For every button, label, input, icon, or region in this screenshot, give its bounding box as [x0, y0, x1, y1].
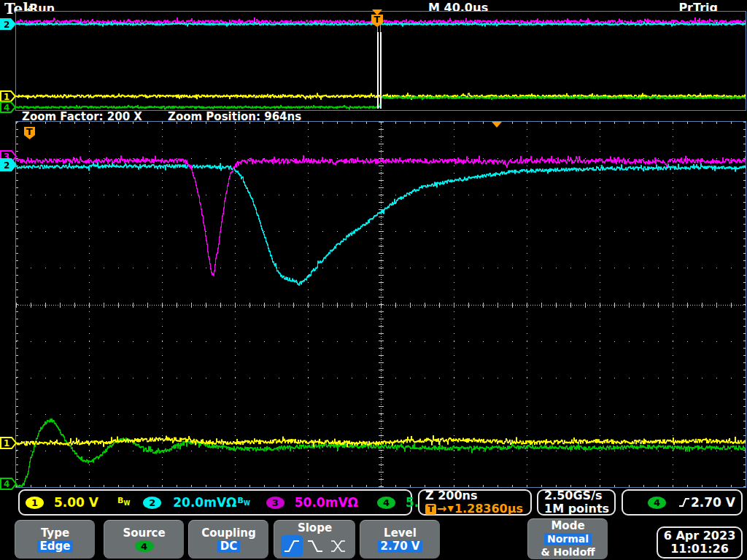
- slope-either-icon[interactable]: [328, 535, 349, 557]
- trigger-source-badge: 4: [648, 497, 666, 509]
- delay-arrow-icon: ▼: [447, 502, 453, 516]
- svg-text:1: 1: [4, 92, 9, 102]
- svg-text:4: 4: [4, 103, 9, 113]
- overview-waveform-canvas: [16, 12, 746, 110]
- ch1-bandwidth-icon: BW: [117, 497, 130, 508]
- trigger-level-button[interactable]: Level 2.70 V: [360, 520, 440, 559]
- main-waveform-canvas: [16, 122, 746, 487]
- date-readout: 6 Apr 2023: [664, 529, 736, 542]
- trigger-delay-readout: T→▼1.28360µs: [425, 502, 523, 516]
- svg-text:1: 1: [4, 438, 9, 448]
- trigger-type-button[interactable]: Type Edge: [15, 520, 95, 559]
- ch2-bandwidth-icon: BW: [238, 497, 250, 508]
- slope-falling-icon[interactable]: [304, 535, 326, 557]
- acquisition-box: 2.50GS/s 1M points: [537, 489, 616, 516]
- ch2-scale-readout: 20.0mVΩ: [173, 495, 236, 510]
- ch4-badge: 4: [377, 497, 395, 509]
- zoom-timebase-box: Z 200ns T→▼1.28360µs: [418, 489, 532, 516]
- trigger-level-readout: 2.70 V: [691, 495, 735, 510]
- overview-ch2-marker[interactable]: 2: [0, 18, 17, 31]
- ch3-scale-readout: 50.0mVΩ: [295, 495, 358, 510]
- trigger-position-icon[interactable]: [372, 9, 382, 15]
- sample-rate-readout: 2.50GS/s: [544, 489, 603, 502]
- svg-text:2: 2: [4, 160, 9, 171]
- ch1-scale-readout: 5.00 V: [54, 495, 98, 510]
- trigger-slope-button[interactable]: Slope: [274, 520, 355, 559]
- trigger-source-button[interactable]: Source 4: [104, 520, 184, 559]
- time-readout: 11:01:26: [670, 542, 729, 556]
- main-trigger-position-icon[interactable]: [492, 122, 502, 128]
- trigger-slope-icon: [678, 496, 691, 509]
- zoom-scale-readout: Z 200ns: [425, 489, 477, 502]
- record-length-readout: 1M points: [544, 502, 609, 516]
- source-channel-badge: 4: [135, 540, 154, 552]
- channel-readout-bar: 1 5.00 V BW 2 20.0mVΩ BW 3 50.0mVΩ 4 5.0…: [18, 489, 412, 516]
- main-ch1-marker[interactable]: 1: [0, 437, 18, 450]
- trigger-t-icon: T: [425, 504, 436, 515]
- svg-text:4: 4: [4, 479, 9, 489]
- ch3-badge: 3: [266, 497, 285, 509]
- trigger-readout-box: 4 2.70 V: [622, 489, 743, 516]
- slope-rising-icon[interactable]: [281, 535, 303, 557]
- datetime-display: 6 Apr 2023 11:01:26: [657, 526, 743, 559]
- main-ch2-marker[interactable]: 2: [0, 158, 18, 172]
- trigger-coupling-button[interactable]: Coupling DC: [188, 520, 268, 559]
- svg-text:2: 2: [4, 20, 9, 30]
- ch1-badge: 1: [26, 497, 44, 509]
- oscilloscope-screen: Tek Run M 40.0µs PrTrig T 2 1 4 Zoom Fac…: [0, 0, 747, 560]
- ch2-badge: 2: [143, 497, 161, 509]
- trigger-mode-button[interactable]: Mode Normal & Holdoff: [527, 518, 608, 559]
- overview-ch4-marker[interactable]: 4: [0, 101, 17, 114]
- main-ch4-marker[interactable]: 4: [0, 478, 18, 491]
